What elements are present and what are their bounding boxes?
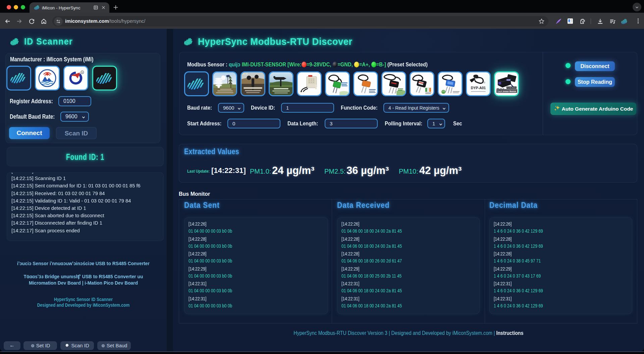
svg-text:DIY: DIY <box>496 87 504 93</box>
svg-text:RS-485 Modbus: RS-485 Modbus <box>507 87 517 88</box>
svg-text:DYP-A01: DYP-A01 <box>471 86 486 90</box>
svg-text:R: R <box>82 71 83 74</box>
